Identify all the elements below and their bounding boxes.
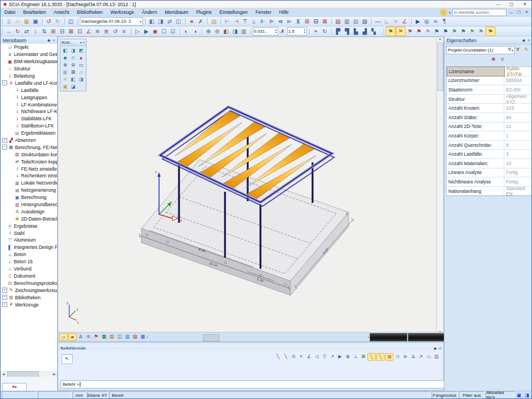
tree-item-lastfälle[interactable]: ⇂Lastfälle <box>1 86 57 94</box>
property-value[interactable]: 94 <box>504 115 531 120</box>
view-flag-icon-4[interactable]: ⚑ <box>415 27 423 35</box>
view-flag-icon-9[interactable]: ⚑ <box>459 27 468 35</box>
property-value[interactable]: 8 <box>504 142 531 148</box>
property-value[interactable]: Fertig <box>504 179 531 185</box>
restore-button[interactable]: ▢ <box>505 2 518 7</box>
light-icon[interactable]: ☀ <box>62 76 69 83</box>
save-icon[interactable]: ▣ <box>31 17 40 25</box>
rotate-view-icon[interactable]: ↻ <box>320 27 329 35</box>
tree-expander-icon[interactable]: + <box>2 138 7 143</box>
snap-edge-icon[interactable]: ⊳ <box>402 353 409 360</box>
tree-item-linienraster-und-geschosse[interactable]: #Linienraster und Geschosse <box>1 51 57 58</box>
view-front-icon[interactable]: ◨ <box>69 47 76 54</box>
zoom-detail-icon[interactable]: ◎ <box>422 17 431 25</box>
ungroup-icon[interactable]: ⊖ <box>213 27 222 35</box>
pair-view2-icon[interactable]: ◑ <box>191 27 200 35</box>
property-value[interactable]: Ryklin STATIK <box>505 66 531 77</box>
property-label[interactable]: Nationalanhang <box>447 187 504 196</box>
lock-view-icon[interactable]: ◧ <box>69 76 76 83</box>
fillet-icon[interactable]: ∠ <box>84 27 93 35</box>
view-flag-icon-2[interactable]: ⚑ <box>396 27 406 36</box>
snap-triangle-icon[interactable]: ◁ <box>313 353 320 360</box>
scale-icon[interactable]: ⇅ <box>40 27 49 35</box>
circle-icon[interactable]: ○ <box>391 17 400 25</box>
view-flag-icon-11[interactable]: ⚑ <box>477 27 485 35</box>
tree-item-stahlbeton-lfk[interactable]: ⇂Stahlbeton-LFK <box>1 122 57 130</box>
filter-icon[interactable]: ∀ <box>506 46 513 53</box>
snap-cross-icon[interactable]: × <box>298 353 305 360</box>
tree-item-ergebnisse[interactable]: ∪Ergebnisse <box>1 222 57 229</box>
tree-expander-icon[interactable]: + <box>2 302 7 307</box>
tree-item-belastung[interactable]: ⇓Belastung <box>1 73 57 80</box>
surface-display-icon[interactable]: ▤ <box>108 333 115 340</box>
property-label[interactable]: Lizenznummer <box>447 76 504 85</box>
properties-selector[interactable]: Projekt-Grunddaten (1) ▾ <box>446 46 515 54</box>
snap-arc-icon[interactable]: ⇗ <box>417 353 424 360</box>
tree-item-bibliotheken[interactable]: +▥Bibliotheken <box>1 294 57 301</box>
clip-box-icon[interactable]: ▣ <box>62 83 69 90</box>
property-label[interactable]: Staatsnorm <box>447 85 504 94</box>
menu-item-ansicht[interactable]: Ansicht <box>50 9 73 15</box>
import-icon[interactable]: ⇄ <box>165 17 174 25</box>
property-label[interactable]: Anzahl Querschnitte: <box>447 141 504 150</box>
close-button[interactable]: ✕ <box>518 2 531 7</box>
align-icon[interactable]: ≡ <box>120 27 129 35</box>
property-value[interactable]: EC-EN <box>504 87 531 93</box>
tree-expander-icon[interactable]: + <box>2 288 7 293</box>
view-flag-icon-1[interactable]: ⚑ <box>386 27 396 36</box>
undo-icon[interactable]: ↺ <box>44 17 53 25</box>
snap-angle-icon[interactable]: ∠ <box>305 353 313 360</box>
view-flag-icon-5[interactable]: ⚑ <box>423 27 432 35</box>
tree-item-lokale-netzverdichtung[interactable]: ▩Lokale Netzverdichtung <box>1 180 57 187</box>
unlock-view-icon[interactable]: ◨ <box>78 76 85 83</box>
command-input[interactable]: Befehl > <box>60 380 446 388</box>
snap-intersection-icon[interactable]: ╲ <box>376 353 385 361</box>
cursor-mode-button[interactable]: ↖ <box>62 354 73 364</box>
select-single-icon[interactable]: ▷ <box>133 27 142 35</box>
tree-item-werkzeuge[interactable]: +✗Werkzeuge <box>1 301 57 308</box>
scroll-right-icon[interactable]: ▶ <box>52 372 57 376</box>
snap-size-field[interactable]: 0.031.. ▲▼ <box>253 27 278 35</box>
offset-icon[interactable]: ⊟ <box>58 27 66 35</box>
chevron-down-icon[interactable]: ▾ <box>80 40 81 44</box>
beam-labels-icon[interactable]: ≋ <box>85 333 92 340</box>
viewport-horizontal-scrollbar[interactable] <box>149 334 367 340</box>
regenerate-icon[interactable]: ∗ <box>187 17 196 25</box>
tree-item-zeichnungswerkzeuge[interactable]: +✎Zeichnungswerkzeuge <box>1 287 57 294</box>
mesh-display-icon[interactable]: ▦ <box>100 333 108 340</box>
mdi-minimize-button[interactable]: — <box>508 11 514 14</box>
menu-item-hilfe[interactable]: Hilfe <box>275 9 293 15</box>
previous-view-icon[interactable]: ▱ <box>78 69 85 75</box>
rigid-arm-icon[interactable]: ⊫ <box>267 17 276 25</box>
line-icon[interactable]: — <box>374 17 382 25</box>
property-value[interactable]: Fertig <box>504 170 531 175</box>
property-label[interactable]: Anzahl Knoten: <box>447 104 504 112</box>
select-arrow-icon[interactable]: ▶ <box>413 17 422 25</box>
tree-item-dokument[interactable]: ▯Dokument <box>1 273 57 280</box>
render-checker-icon[interactable]: ▚ <box>369 27 378 35</box>
cursor-snap-icon[interactable]: ▶ <box>336 353 344 360</box>
clipboard-icon[interactable]: ▤ <box>209 17 218 25</box>
crossing-icon[interactable]: ⊲ <box>276 17 285 25</box>
gallery-icon[interactable]: ▥ <box>342 17 351 25</box>
tree-item-absenzen[interactable]: +▞Absenzen <box>1 137 57 144</box>
smiley-dropdown-icon[interactable]: ▾ <box>449 11 451 14</box>
snap-endpoint-icon[interactable]: ╲ <box>367 353 376 361</box>
pin-icon[interactable]: ◆ <box>48 38 50 43</box>
explode-icon[interactable]: ↺ <box>111 27 120 35</box>
document-info-icon[interactable]: ¶ <box>440 17 449 25</box>
extend-icon[interactable]: ⊡ <box>75 27 84 35</box>
support-display-icon[interactable]: ◫ <box>116 333 123 340</box>
minimize-button[interactable]: — <box>492 2 505 7</box>
tree-expander-icon[interactable]: − <box>2 145 7 150</box>
break-icon[interactable]: ≋ <box>93 27 102 35</box>
beam-support-icon[interactable]: ⊤ <box>241 17 249 25</box>
snap-line-icon[interactable]: ╲ <box>274 353 282 360</box>
property-label[interactable]: Lineare Analyse <box>447 168 504 177</box>
menu-item-fenster[interactable]: Fenster <box>252 9 275 15</box>
tree-item-nichtlineare-lf-kombin[interactable]: ⇂Nichtlineare LF-Kombin <box>1 108 57 115</box>
feedback-smiley-icon[interactable]: ☺ <box>440 9 447 16</box>
select-poly-icon[interactable]: ▶ <box>142 27 151 35</box>
tree-item-integriertes-design-forms[interactable]: ▌Integriertes Design Forms <box>1 244 57 251</box>
property-value[interactable]: 123 <box>504 105 531 111</box>
